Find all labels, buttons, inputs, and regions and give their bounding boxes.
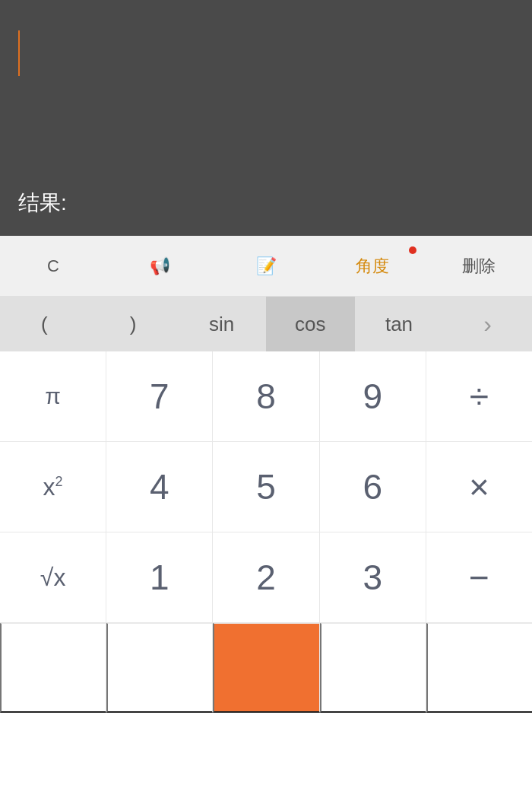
key-7-button[interactable]: 7 — [106, 351, 213, 441]
display-area: 结果: — [0, 0, 532, 236]
key-2-label: 2 — [256, 557, 276, 598]
cursor — [18, 30, 20, 76]
open-paren-label: ( — [41, 313, 48, 336]
function-bar: C 📢 📝 角度 删除 — [0, 236, 532, 297]
key-5-button[interactable]: 5 — [213, 442, 319, 532]
more-trig-button[interactable]: › — [443, 297, 532, 351]
square-button[interactable]: x2 — [0, 442, 106, 532]
delete-label: 删除 — [462, 255, 496, 278]
key-5-label: 5 — [256, 466, 276, 507]
key-9-label: 9 — [363, 376, 382, 417]
trig-bar: ( ) sin cos tan › — [0, 297, 532, 351]
key-4-button[interactable]: 4 — [106, 442, 213, 532]
key-6-label: 6 — [363, 466, 382, 507]
subtract-label: − — [469, 557, 489, 598]
key-7-label: 7 — [150, 376, 169, 417]
chevron-icon: › — [483, 310, 492, 339]
angle-dot — [409, 246, 416, 254]
sound-icon: 📢 — [150, 256, 170, 276]
delete-button[interactable]: 删除 — [426, 236, 532, 296]
note-button[interactable]: 📝 — [213, 236, 319, 296]
key-row-4 — [0, 623, 532, 713]
sin-label: sin — [209, 313, 234, 336]
cos-button[interactable]: cos — [266, 297, 355, 351]
key-row-1: π 7 8 9 ÷ — [0, 351, 532, 442]
key-dot-button[interactable] — [320, 623, 426, 713]
key-special2-button[interactable] — [106, 623, 213, 713]
key-3-label: 3 — [363, 557, 382, 598]
key-equals-button[interactable] — [426, 623, 532, 713]
key-2-button[interactable]: 2 — [213, 532, 319, 622]
tan-label: tan — [385, 313, 413, 336]
key-1-label: 1 — [150, 557, 169, 598]
pi-label: π — [45, 383, 61, 409]
key-3-button[interactable]: 3 — [320, 532, 426, 622]
sin-button[interactable]: sin — [177, 297, 266, 351]
key-8-label: 8 — [256, 376, 276, 417]
subtract-button[interactable]: − — [426, 532, 532, 622]
key-row-3: √x 1 2 3 − — [0, 532, 532, 623]
key-row-2: x2 4 5 6 × — [0, 442, 532, 532]
keypad: π 7 8 9 ÷ x2 4 5 — [0, 351, 532, 801]
note-icon: 📝 — [256, 256, 277, 276]
key-special1-button[interactable] — [0, 623, 106, 713]
angle-button[interactable]: 角度 — [319, 236, 426, 296]
square-label: x2 — [43, 473, 63, 501]
open-paren-button[interactable]: ( — [0, 297, 89, 351]
tan-button[interactable]: tan — [355, 297, 444, 351]
key-8-button[interactable]: 8 — [213, 351, 319, 441]
clear-label: C — [47, 256, 59, 276]
key-1-button[interactable]: 1 — [106, 532, 213, 622]
close-paren-button[interactable]: ) — [89, 297, 178, 351]
key-4-label: 4 — [150, 466, 169, 507]
sqrt-label: √x — [40, 564, 66, 592]
key-0-button[interactable] — [213, 623, 319, 713]
divide-button[interactable]: ÷ — [426, 351, 532, 441]
close-paren-label: ) — [130, 313, 137, 336]
clear-button[interactable]: C — [0, 236, 106, 296]
pi-button[interactable]: π — [0, 351, 106, 441]
multiply-label: × — [469, 466, 489, 507]
sound-button[interactable]: 📢 — [106, 236, 213, 296]
sqrt-button[interactable]: √x — [0, 532, 106, 622]
angle-label: 角度 — [356, 255, 389, 278]
multiply-button[interactable]: × — [426, 442, 532, 532]
cos-label: cos — [295, 313, 325, 336]
key-9-button[interactable]: 9 — [320, 351, 426, 441]
key-6-button[interactable]: 6 — [320, 442, 426, 532]
divide-label: ÷ — [470, 376, 489, 417]
result-label: 结果: — [18, 189, 514, 218]
